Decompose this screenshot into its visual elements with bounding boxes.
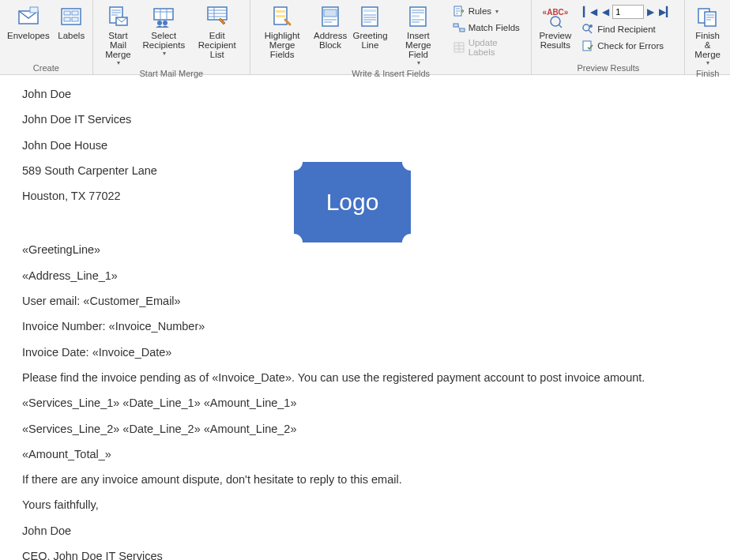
preview-results-button[interactable]: «ABC» Preview Results: [535, 2, 575, 52]
record-navigation: ▎◀ ◀ ▶ ▶▎: [578, 3, 678, 21]
merge-field-amount-total: «Amount_Total_»: [22, 446, 708, 462]
ribbon-group-finish: Finish & Merge▾ Finish: [685, 0, 730, 74]
match-fields-button[interactable]: Match Fields: [450, 20, 525, 36]
svg-point-10: [157, 21, 162, 25]
document-body[interactable]: John Doe John Doe IT Services John Doe H…: [0, 75, 730, 560]
line-dispute: If there are any invoice amount dispute,…: [22, 472, 708, 487]
ribbon-group-preview-results: «ABC» Preview Results ▎◀ ◀ ▶ ▶▎ Find Rec…: [532, 0, 685, 74]
merge-field-invoice-number: «Invoice_Number»: [109, 320, 205, 333]
find-recipient-label: Find Recipient: [597, 24, 656, 34]
svg-rect-4: [72, 11, 78, 15]
find-recipient-icon: [581, 23, 594, 36]
svg-rect-14: [276, 10, 285, 13]
envelope-icon: [16, 4, 41, 29]
finish-merge-button[interactable]: Finish & Merge▾: [688, 2, 727, 69]
dropdown-arrow-icon: ▾: [706, 59, 709, 66]
select-recipients-button[interactable]: Select Recipients▾: [140, 2, 187, 59]
line-invoice-date: Invoice Date: «Invoice_Date»: [22, 344, 708, 360]
match-fields-icon: [453, 21, 465, 34]
svg-point-28: [583, 24, 589, 31]
group-label-create: Create: [3, 63, 89, 74]
merge-field-greeting: «GreetingLine»: [22, 242, 708, 257]
svg-rect-23: [453, 24, 458, 27]
ribbon-group-start-mail-merge: Start Mail Merge▾ Select Recipients▾ Edi…: [93, 0, 250, 74]
envelopes-button[interactable]: Envelopes: [3, 2, 54, 43]
highlight-icon: [269, 4, 295, 29]
ribbon: Envelopes Labels Create Start Mail Merge…: [0, 0, 730, 75]
svg-rect-6: [72, 17, 78, 21]
svg-rect-19: [363, 9, 376, 12]
svg-rect-15: [276, 15, 285, 17]
signature-name: John Doe: [22, 523, 708, 539]
dropdown-arrow-icon: ▾: [417, 59, 420, 66]
prev-record-button[interactable]: ◀: [600, 6, 611, 18]
address-block-label: Address Block: [314, 31, 347, 50]
sender-name: John Doe: [22, 86, 708, 102]
labels-icon: [58, 4, 84, 29]
merge-field-invoice-date: «Invoice_Date»: [92, 346, 172, 359]
check-for-errors-button[interactable]: Check for Errors: [578, 38, 678, 54]
line-invoice-number: Invoice Number: «Invoice_Number»: [22, 318, 708, 334]
line-services-2: «Services_Line_2» «Date_Line_2» «Amount_…: [22, 421, 708, 437]
svg-rect-24: [460, 28, 465, 32]
line-intro: Please find the invoice pending as of «I…: [22, 370, 708, 385]
rules-label: Rules: [468, 6, 491, 16]
merge-field-customer-email: «Customer_Email»: [83, 295, 180, 307]
rules-icon: [453, 5, 465, 17]
insert-merge-field-label: Insert Merge Field: [394, 31, 442, 59]
svg-rect-9: [154, 9, 173, 20]
svg-text:«ABC»: «ABC»: [543, 8, 568, 17]
highlight-merge-fields-button[interactable]: Highlight Merge Fields: [254, 2, 310, 62]
update-labels-icon: [453, 41, 465, 54]
svg-point-29: [589, 24, 593, 28]
record-number-input[interactable]: [612, 5, 644, 19]
preview-results-icon: «ABC»: [543, 4, 568, 29]
preview-results-label: Preview Results: [539, 31, 571, 50]
svg-rect-21: [412, 15, 420, 17]
merge-field-address1: «Address_Line_1»: [22, 268, 708, 284]
rules-button[interactable]: Rules ▾: [450, 3, 525, 19]
dropdown-arrow-icon: ▾: [117, 59, 120, 66]
update-labels-label: Update Labels: [468, 38, 522, 57]
next-record-button[interactable]: ▶: [645, 6, 656, 18]
dropdown-arrow-icon: ▾: [163, 50, 166, 57]
edit-recipient-list-label: Edit Recipient List: [191, 31, 243, 59]
sender-building: John Doe House: [22, 137, 708, 153]
greeting-line-icon: [357, 4, 382, 29]
svg-rect-3: [64, 11, 70, 15]
ribbon-group-create: Envelopes Labels Create: [0, 0, 93, 74]
dropdown-arrow-icon: ▾: [495, 8, 499, 15]
group-label-preview-results: Preview Results: [535, 63, 681, 74]
find-recipient-button[interactable]: Find Recipient: [578, 21, 678, 37]
address-block-icon: [318, 4, 343, 29]
first-record-button[interactable]: ▎◀: [581, 6, 599, 18]
start-mail-merge-label: Start Mail Merge: [100, 31, 136, 59]
line-user-email: User email: «Customer_Email»: [22, 293, 708, 309]
last-record-button[interactable]: ▶▎: [657, 6, 675, 18]
svg-rect-5: [64, 17, 70, 21]
labels-label: Labels: [58, 31, 85, 40]
insert-merge-field-icon: [405, 4, 431, 29]
address-block-button[interactable]: Address Block: [310, 2, 350, 52]
svg-rect-17: [324, 9, 337, 17]
greeting-line-button[interactable]: Greeting Line: [350, 2, 390, 52]
insert-merge-field-button[interactable]: Insert Merge Field▾: [390, 2, 446, 69]
check-errors-icon: [581, 39, 594, 52]
select-recipients-label: Select Recipients: [142, 31, 185, 50]
start-mail-merge-button[interactable]: Start Mail Merge▾: [96, 2, 140, 69]
document-area: Logo John Doe John Doe IT Services John …: [0, 75, 730, 560]
line-services-1: «Services_Line_1» «Date_Line_1» «Amount_…: [22, 395, 708, 411]
logo-placeholder[interactable]: Logo: [294, 162, 411, 242]
update-labels-button: Update Labels: [450, 36, 525, 58]
svg-rect-32: [705, 12, 716, 26]
edit-recipient-list-button[interactable]: Edit Recipient List: [187, 2, 246, 62]
ribbon-group-write-insert: Highlight Merge Fields Address Block Gre…: [250, 0, 532, 74]
signature-title: CEO, John Doe IT Services: [22, 548, 708, 560]
check-errors-label: Check for Errors: [597, 41, 664, 51]
svg-rect-1: [30, 7, 38, 13]
highlight-merge-fields-label: Highlight Merge Fields: [258, 31, 307, 59]
finish-merge-label: Finish & Merge: [692, 31, 723, 59]
greeting-line-label: Greeting Line: [352, 31, 387, 50]
labels-button[interactable]: Labels: [54, 2, 89, 43]
start-mail-merge-icon: [105, 4, 130, 29]
